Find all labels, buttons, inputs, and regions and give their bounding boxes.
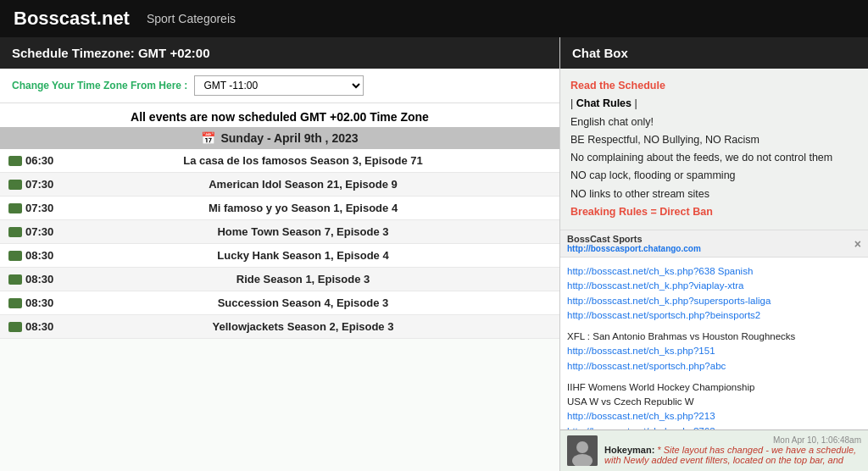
rule-item: English chat only! xyxy=(570,114,858,131)
rule-item: BE Respectful, NO Bullying, NO Racism xyxy=(570,131,858,149)
links-section: http://bosscast.net/ch_ks.php?638 Spanis… xyxy=(567,264,861,323)
schedule-timezone-header: Schedule Timezone: GMT +02:00 xyxy=(0,37,559,69)
timezone-select[interactable]: GMT -11:00GMT -10:00GMT -09:00GMT -08:00… xyxy=(194,75,364,96)
tv-icon xyxy=(8,274,22,285)
chatango-name: BossCast Sports xyxy=(567,234,701,244)
svg-point-1 xyxy=(576,441,588,453)
chat-links: http://bosscast.net/ch_ks.php?638 Spanis… xyxy=(567,264,861,323)
message-content: Mon Apr 10, 1:06:48am Hokeyman: * Site l… xyxy=(604,435,861,466)
event-title: Home Town Season 7, Episode 3 xyxy=(55,225,551,238)
nav-categories[interactable]: Sport Categoreis xyxy=(147,12,236,25)
event-time: 06:30 xyxy=(8,154,55,167)
event-title: La casa de los famosos Season 3, Episode… xyxy=(55,154,551,167)
date-row: 📅 Sunday - April 9th , 2023 xyxy=(0,127,559,149)
chat-link[interactable]: http://bosscast.net/ch_k.php?supersports… xyxy=(567,294,861,308)
schedule-panel: Schedule Timezone: GMT +02:00 Change You… xyxy=(0,37,559,471)
app-header: Bosscast.net Sport Categoreis xyxy=(0,0,868,37)
chat-link[interactable]: http://bosscast.net/sportsch.php?beinspo… xyxy=(567,308,861,323)
message-timestamp: Mon Apr 10, 1:06:48am xyxy=(604,435,861,445)
timezone-label: Change Your Time Zone From Here : xyxy=(12,80,187,91)
event-time: 07:30 xyxy=(8,202,55,214)
message-username: Hokeyman: xyxy=(604,445,654,455)
tv-icon xyxy=(8,322,22,332)
event-time: 08:30 xyxy=(8,320,55,333)
calendar-icon: 📅 xyxy=(201,131,215,145)
iihf-section: IIHF Womens World Hockey Championship US… xyxy=(567,380,861,429)
xfl-title: XFL : San Antonio Brahmas vs Houston Rou… xyxy=(567,330,861,344)
rule-item: NO cap lock, flooding or spamming xyxy=(570,167,858,185)
schedule-list: 06:30 La casa de los famosos Season 3, E… xyxy=(0,149,559,471)
user-avatar xyxy=(567,435,598,466)
schedule-row[interactable]: 08:30 Succession Season 4, Episode 3 xyxy=(0,291,559,315)
breaking-rules: Breaking Rules = Direct Ban xyxy=(570,203,858,221)
event-title: Succession Season 4, Episode 3 xyxy=(55,296,551,309)
tv-icon xyxy=(8,203,22,213)
chatango-header: BossCast Sports http://bosscasport.chata… xyxy=(560,230,868,258)
event-title: Ride Season 1, Episode 3 xyxy=(55,273,551,285)
chat-panel: Chat Box Read the Schedule | Chat Rules … xyxy=(559,37,868,471)
iihf-links: http://bosscast.net/ch_ks.php?213http://… xyxy=(567,409,861,429)
rule-item: No complaining about the feeds, we do no… xyxy=(570,149,858,167)
xfl-link[interactable]: http://bosscast.net/sportsch.php?abc xyxy=(567,359,861,374)
chat-rules-link[interactable]: Chat Rules xyxy=(576,97,632,109)
schedule-row[interactable]: 07:30 Mi famoso y yo Season 1, Episode 4 xyxy=(0,197,559,220)
schedule-row[interactable]: 06:30 La casa de los famosos Season 3, E… xyxy=(0,149,559,173)
chat-box-header: Chat Box xyxy=(560,37,868,69)
chat-rules-section: Read the Schedule | Chat Rules | English… xyxy=(560,69,868,230)
rules-list: English chat only!BE Respectful, NO Bull… xyxy=(570,114,858,203)
chat-link[interactable]: http://bosscast.net/ch_ks.php?638 Spanis… xyxy=(567,264,861,279)
event-title: Mi famoso y yo Season 1, Episode 4 xyxy=(55,202,551,214)
schedule-row[interactable]: 08:30 Yellowjackets Season 2, Episode 3 xyxy=(0,315,559,339)
chatango-box: BossCast Sports http://bosscasport.chata… xyxy=(560,230,868,471)
event-title: Yellowjackets Season 2, Episode 3 xyxy=(55,320,551,333)
xfl-section: XFL : San Antonio Brahmas vs Houston Rou… xyxy=(567,330,861,374)
event-time: 08:30 xyxy=(8,296,55,309)
tv-icon xyxy=(8,180,22,190)
tv-icon xyxy=(8,156,22,166)
chat-link[interactable]: http://bosscast.net/ch_k.php?viaplay-xtr… xyxy=(567,279,861,293)
iihf-subtitle: USA W vs Czech Republic W xyxy=(567,395,861,409)
tv-icon xyxy=(8,298,22,308)
chat-messages: http://bosscast.net/ch_ks.php?638 Spanis… xyxy=(560,258,868,429)
event-title: American Idol Season 21, Episode 9 xyxy=(55,178,551,191)
timezone-row: Change Your Time Zone From Here : GMT -1… xyxy=(0,69,559,103)
schedule-row[interactable]: 08:30 Ride Season 1, Episode 3 xyxy=(0,268,559,291)
xfl-links: http://bosscast.net/ch_ks.php?151http://… xyxy=(567,344,861,374)
event-time: 08:30 xyxy=(8,273,55,285)
all-events-banner: All events are now scheduled GMT +02.00 … xyxy=(0,103,559,127)
event-time: 07:30 xyxy=(8,225,55,238)
schedule-row[interactable]: 08:30 Lucky Hank Season 1, Episode 4 xyxy=(0,244,559,268)
event-time: 07:30 xyxy=(8,178,55,191)
rule-item: NO links to other stream sites xyxy=(570,186,858,203)
iihf-link[interactable]: http://bosscast.net/ch_ks.php?213 xyxy=(567,409,861,424)
chatango-url[interactable]: http://bosscasport.chatango.com xyxy=(567,244,701,253)
main-layout: Schedule Timezone: GMT +02:00 Change You… xyxy=(0,37,868,471)
tv-icon xyxy=(8,251,22,261)
close-chatango-button[interactable]: × xyxy=(854,237,861,251)
pipe: | xyxy=(570,97,576,109)
date-label: Sunday - April 9th , 2023 xyxy=(220,131,358,145)
bottom-chat-message: Mon Apr 10, 1:06:48am Hokeyman: * Site l… xyxy=(560,429,868,471)
schedule-row[interactable]: 07:30 American Idol Season 21, Episode 9 xyxy=(0,173,559,197)
read-schedule-link[interactable]: Read the Schedule xyxy=(570,80,665,91)
site-logo: Bosscast.net xyxy=(14,8,130,30)
event-title: Lucky Hank Season 1, Episode 4 xyxy=(55,249,551,262)
xfl-link[interactable]: http://bosscast.net/ch_ks.php?151 xyxy=(567,344,861,358)
event-time: 08:30 xyxy=(8,249,55,262)
iihf-title: IIHF Womens World Hockey Championship xyxy=(567,380,861,395)
tv-icon xyxy=(8,227,22,237)
pipe2: | xyxy=(632,97,637,109)
schedule-row[interactable]: 07:30 Home Town Season 7, Episode 3 xyxy=(0,220,559,244)
